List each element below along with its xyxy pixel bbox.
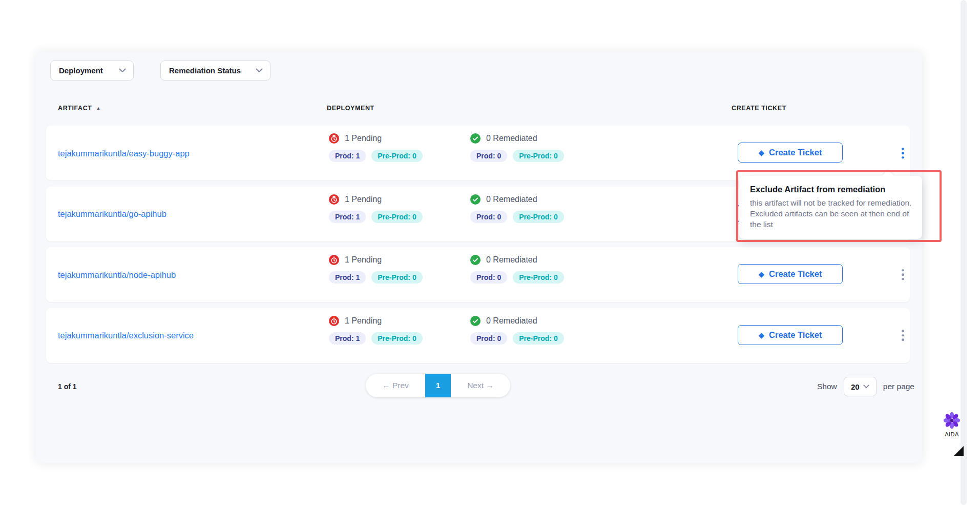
prod-badge: Prod: 1 <box>329 150 366 162</box>
prod-badge: Prod: 1 <box>329 332 366 345</box>
ticket-diamond-icon: ◆ <box>759 270 765 278</box>
prod-badge: Prod: 1 <box>329 211 366 223</box>
chevron-down-icon <box>256 68 263 73</box>
create-ticket-button[interactable]: ◆ Create Ticket <box>738 264 843 284</box>
prod-badge: Prod: 0 <box>470 211 507 223</box>
remediated-status-group: 0 Remediated Prod: 0 Pre-Prod: 0 <box>470 194 564 223</box>
preprod-badge: Pre-Prod: 0 <box>371 271 422 284</box>
preprod-badge: Pre-Prod: 0 <box>513 332 564 345</box>
create-ticket-button[interactable]: ◆ Create Ticket <box>738 143 843 163</box>
remediated-check-icon <box>470 316 481 326</box>
kebab-menu-button[interactable] <box>898 144 908 163</box>
artifact-rows: tejakummarikuntla/easy-buggy-app 1 Pendi… <box>46 126 910 369</box>
remediated-count-label: 0 Remediated <box>486 134 537 143</box>
remediated-status-group: 0 Remediated Prod: 0 Pre-Prod: 0 <box>470 316 564 345</box>
preprod-badge: Pre-Prod: 0 <box>371 150 422 162</box>
pending-timer-icon <box>329 133 339 144</box>
per-page-label: per page <box>883 382 914 391</box>
page-size-control: Show 20 per page <box>817 377 914 396</box>
create-ticket-label: Create Ticket <box>769 148 822 157</box>
artifact-link[interactable]: tejakummarikuntla/go-apihub <box>58 209 166 219</box>
preprod-badge: Pre-Prod: 0 <box>513 150 564 162</box>
remediated-status-group: 0 Remediated Prod: 0 Pre-Prod: 0 <box>470 133 564 162</box>
remediation-status-filter-label: Remediation Status <box>169 66 241 75</box>
artifact-link[interactable]: tejakummarikuntla/node-apihub <box>58 270 176 279</box>
ticket-diamond-icon: ◆ <box>759 331 765 339</box>
pending-count-label: 1 Pending <box>345 255 382 265</box>
tooltip-body: this artifact will not be tracked for re… <box>750 198 915 230</box>
remediated-count-label: 0 Remediated <box>486 316 537 326</box>
prod-badge: Prod: 0 <box>470 332 507 345</box>
preprod-badge: Pre-Prod: 0 <box>371 211 422 223</box>
pending-count-label: 1 Pending <box>345 316 382 326</box>
artifact-link[interactable]: tejakummarikuntla/easy-buggy-app <box>58 148 190 158</box>
preprod-badge: Pre-Prod: 0 <box>513 271 564 284</box>
cursor-icon <box>954 446 964 456</box>
preprod-badge: Pre-Prod: 0 <box>371 332 422 345</box>
table-row: tejakummarikuntla/node-apihub 1 Pending … <box>46 247 910 302</box>
page-summary: 1 of 1 <box>58 382 77 391</box>
prod-badge: Prod: 0 <box>470 271 507 284</box>
remediation-status-filter-dropdown[interactable]: Remediation Status <box>160 60 270 80</box>
column-header-artifact[interactable]: ARTIFACT ▲ <box>58 105 101 112</box>
current-page-button[interactable]: 1 <box>425 374 451 397</box>
artifact-header-label: ARTIFACT <box>58 105 92 112</box>
table-header: ARTIFACT ▲ DEPLOYMENT CREATE TICKET <box>36 103 922 116</box>
chevron-down-icon <box>119 68 126 73</box>
sort-ascending-icon: ▲ <box>96 106 101 111</box>
aida-flower-icon <box>943 411 961 430</box>
remediated-check-icon <box>470 194 481 205</box>
remediated-check-icon <box>470 133 481 144</box>
page-size-value: 20 <box>851 382 860 391</box>
kebab-menu-button[interactable] <box>898 265 908 285</box>
aida-label: AIDA <box>937 431 966 437</box>
remediation-panel: Deployment Remediation Status ARTIFACT ▲… <box>36 52 922 463</box>
preprod-badge: Pre-Prod: 0 <box>513 211 564 223</box>
table-row: tejakummarikuntla/exclusion-service 1 Pe… <box>46 308 910 363</box>
column-header-deployment: DEPLOYMENT <box>327 105 374 112</box>
ticket-diamond-icon: ◆ <box>759 149 765 156</box>
deployment-filter-dropdown[interactable]: Deployment <box>50 60 134 80</box>
show-label: Show <box>817 382 837 391</box>
chevron-down-icon <box>863 385 869 389</box>
remediated-check-icon <box>470 255 481 265</box>
create-ticket-button[interactable]: ◆ Create Ticket <box>738 325 843 345</box>
prod-badge: Prod: 1 <box>329 271 366 284</box>
artifact-link[interactable]: tejakummarikuntla/exclusion-service <box>58 331 194 340</box>
kebab-menu-button[interactable] <box>898 326 908 345</box>
deployment-filter-label: Deployment <box>59 66 103 75</box>
pending-status-group: 1 Pending Prod: 1 Pre-Prod: 0 <box>329 255 423 284</box>
create-ticket-label: Create Ticket <box>769 269 822 279</box>
remediated-count-label: 0 Remediated <box>486 255 537 265</box>
column-header-create-ticket: CREATE TICKET <box>732 105 786 112</box>
pending-status-group: 1 Pending Prod: 1 Pre-Prod: 0 <box>329 316 423 345</box>
exclude-artifact-tooltip: Exclude Artifact from remediation this a… <box>739 176 922 239</box>
create-ticket-label: Create Ticket <box>769 330 822 340</box>
next-page-button[interactable]: Next → <box>451 381 510 390</box>
pagination-control: ← Prev 1 Next → <box>366 374 510 397</box>
remediated-status-group: 0 Remediated Prod: 0 Pre-Prod: 0 <box>470 255 564 284</box>
pending-timer-icon <box>329 194 339 205</box>
pending-status-group: 1 Pending Prod: 1 Pre-Prod: 0 <box>329 194 423 223</box>
page-size-select[interactable]: 20 <box>844 377 877 396</box>
remediated-count-label: 0 Remediated <box>486 195 537 204</box>
prev-page-button[interactable]: ← Prev <box>366 381 425 390</box>
pending-status-group: 1 Pending Prod: 1 Pre-Prod: 0 <box>329 133 423 162</box>
pending-timer-icon <box>329 316 339 326</box>
prod-badge: Prod: 0 <box>470 150 507 162</box>
pending-count-label: 1 Pending <box>345 134 382 143</box>
table-row: tejakummarikuntla/easy-buggy-app 1 Pendi… <box>46 126 910 180</box>
pending-count-label: 1 Pending <box>345 195 382 204</box>
aida-assistant-widget[interactable]: AIDA <box>937 411 966 437</box>
tooltip-title: Exclude Artifact from remediation <box>750 185 912 194</box>
pending-timer-icon <box>329 255 339 265</box>
